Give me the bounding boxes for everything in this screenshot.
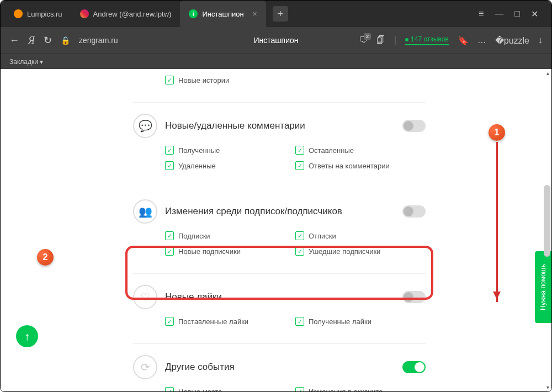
tab-favicon-icon — [14, 9, 23, 18]
checkbox-item[interactable]: ✓Новые подписчики — [165, 247, 295, 256]
tab-favicon-icon: i — [189, 9, 198, 18]
checkbox-item[interactable]: ✓Отписки — [295, 231, 426, 240]
download-icon[interactable]: ↓ — [538, 35, 543, 45]
tab-lumpics[interactable]: Lumpics.ru — [5, 1, 71, 27]
checkbox-item[interactable]: ✓Изменения в аккаунте — [295, 387, 426, 391]
lock-icon: 🔒 — [61, 36, 70, 45]
checkbox-item[interactable]: ✓Оставленные — [295, 146, 426, 155]
checkbox-icon: ✓ — [295, 231, 304, 240]
checkbox-item[interactable]: ✓Полученные — [165, 146, 295, 155]
checkbox-icon: ✓ — [295, 317, 304, 326]
maximize-button[interactable]: □ — [514, 9, 520, 19]
checkbox-item[interactable]: ✓Новые места — [165, 387, 295, 391]
checkbox-item[interactable]: ✓Поставленные лайки — [165, 317, 295, 326]
more-icon[interactable]: … — [477, 35, 486, 45]
checkbox-item[interactable]: ✓Ответы на комментарии — [295, 161, 426, 170]
users-icon: 👥 — [133, 199, 157, 224]
tab-label: Инсташпион — [202, 10, 243, 18]
section-title: Другие события — [165, 362, 395, 373]
help-widget[interactable]: Нужна помощь — [535, 251, 551, 323]
section-other: ⟳ Другие события ✓Новые места ✓Изменения… — [133, 343, 426, 391]
close-window-button[interactable]: ✕ — [531, 9, 538, 19]
checkbox-icon: ✓ — [165, 247, 174, 256]
checkbox-item[interactable]: ✓Подписки — [165, 231, 295, 240]
tab-favicon-icon — [80, 9, 89, 18]
section-stories: ✓Новые истории — [133, 69, 426, 102]
bookmarks-bar[interactable]: Закладки ▾ — [1, 54, 551, 69]
window-controls: ≡ — □ ✕ — [479, 9, 547, 19]
activity-icon: ⟳ — [133, 355, 157, 379]
tab-label: Lumpics.ru — [27, 10, 62, 18]
tab-instashpion[interactable]: iИнсташпион× — [180, 1, 266, 27]
annotation-arrow-icon — [496, 142, 498, 302]
tab-instagram[interactable]: Andrew (@and.rew.lptw) — [71, 1, 181, 27]
translate-icon[interactable]: 🗨 — [359, 35, 368, 45]
scroll-down-arrow-icon[interactable]: ▾ — [546, 384, 549, 390]
reviews-link[interactable]: 147 отзывов — [405, 35, 449, 45]
checkbox-icon: ✓ — [165, 76, 174, 84]
toggle-subscriptions[interactable] — [402, 205, 426, 218]
reload-button[interactable]: ↻ — [44, 34, 52, 46]
minimize-button[interactable]: — — [495, 9, 503, 19]
page-content: ✓Новые истории 💬 Новые/удаленные коммент… — [1, 69, 551, 391]
tab-label: Andrew (@and.rew.lptw) — [93, 10, 172, 18]
scroll-to-top-button[interactable]: ↑ — [16, 325, 38, 347]
url-text[interactable]: zengram.ru — [79, 36, 118, 45]
checkbox-icon: ✓ — [295, 247, 304, 256]
checkbox-item[interactable]: ✓Ушедшие подписчики — [295, 247, 426, 256]
comment-icon: 💬 — [133, 114, 157, 138]
toggle-other[interactable] — [402, 361, 426, 373]
checkbox-icon: ✓ — [165, 146, 174, 155]
page-title: Инсташпион — [254, 36, 299, 45]
section-comments: 💬 Новые/удаленные комментарии ✓Полученны… — [133, 102, 426, 188]
bookmark-icon[interactable]: 🔖 — [458, 35, 469, 46]
scroll-up-arrow-icon[interactable]: ▴ — [546, 70, 549, 76]
checkbox-item[interactable]: ✓Полученные лайки — [295, 317, 426, 326]
checkbox-icon: ✓ — [295, 161, 304, 170]
checkbox-icon: ✓ — [165, 317, 174, 326]
back-button[interactable]: ← — [9, 35, 19, 46]
tab-bar: Lumpics.ru Andrew (@and.rew.lptw) iИнста… — [1, 1, 551, 27]
heart-icon: ♡ — [133, 285, 157, 309]
checkbox-item[interactable]: ✓Удаленные — [165, 161, 295, 170]
menu-icon[interactable]: ≡ — [479, 9, 484, 19]
address-bar: ← Я ↻ 🔒 zengram.ru Инсташпион 🗨 🗐 | 147 … — [1, 27, 551, 54]
checkbox-icon: ✓ — [165, 387, 174, 391]
checkbox-icon: ✓ — [165, 161, 174, 170]
annotation-callout-1: 1 — [489, 124, 505, 141]
scrollbar-thumb[interactable] — [544, 185, 550, 257]
annotation-callout-2: 2 — [37, 249, 54, 266]
checkbox-icon: ✓ — [295, 146, 304, 155]
extensions-icon[interactable]: �puzzle — [495, 35, 529, 46]
notification-icon[interactable]: 🗐 — [376, 35, 385, 45]
close-tab-icon[interactable]: × — [253, 9, 257, 18]
section-subscriptions: 👥 Изменения среди подписок/подписчиков ✓… — [133, 188, 426, 273]
checkbox-icon: ✓ — [295, 387, 304, 391]
section-title: Новые лайки — [165, 292, 395, 303]
section-likes: ♡ Новые лайки ✓Поставленные лайки ✓Получ… — [133, 273, 426, 343]
section-title: Изменения среди подписок/подписчиков — [165, 206, 395, 217]
toggle-likes[interactable] — [402, 291, 426, 303]
checkbox-item[interactable]: ✓Новые истории — [165, 76, 295, 84]
yandex-icon[interactable]: Я — [28, 35, 35, 46]
checkbox-icon: ✓ — [165, 231, 174, 240]
new-tab-button[interactable]: + — [273, 6, 288, 22]
section-title: Новые/удаленные комментарии — [165, 120, 395, 131]
toggle-comments[interactable] — [402, 120, 426, 132]
